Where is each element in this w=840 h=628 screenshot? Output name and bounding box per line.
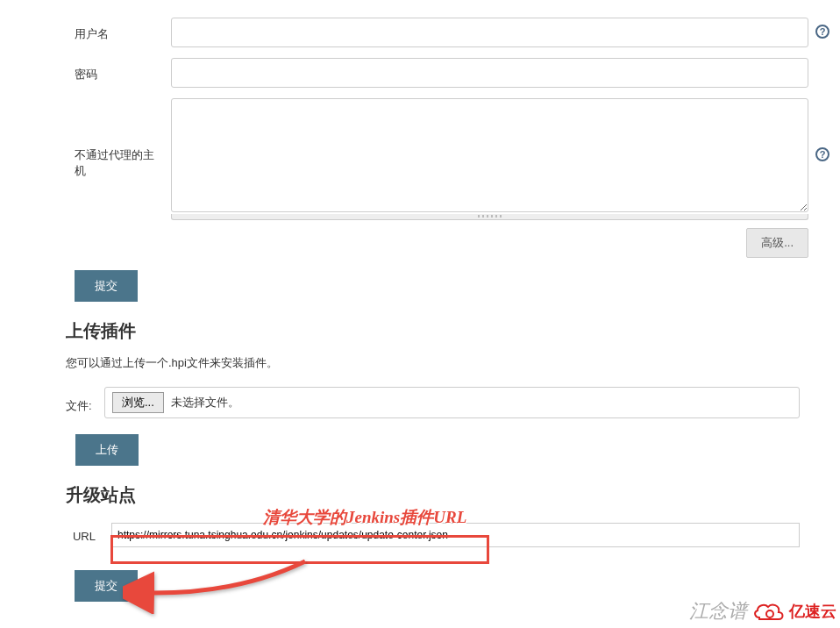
password-input[interactable] (171, 58, 808, 88)
url-input[interactable] (111, 523, 800, 547)
submit-site-button[interactable]: 提交 (75, 570, 138, 602)
upload-button[interactable]: 上传 (75, 434, 139, 466)
help-icon[interactable]: ? (815, 147, 829, 161)
watermark-signature: 江念谱 (689, 598, 747, 624)
noproxy-textarea[interactable] (171, 98, 808, 212)
file-field[interactable]: 浏览... 未选择文件。 (104, 387, 800, 418)
upload-plugin-title: 上传插件 (66, 319, 829, 343)
username-label: 用户名 (0, 18, 171, 42)
upload-plugin-desc: 您可以通过上传一个.hpi文件来安装插件。 (66, 355, 829, 371)
watermark: 江念谱 亿速云 (689, 598, 836, 624)
upgrade-site-title: 升级站点 (66, 483, 829, 507)
advanced-button[interactable]: 高级... (746, 228, 808, 258)
url-label: URL (66, 528, 111, 543)
help-icon[interactable]: ? (815, 25, 829, 39)
file-label: 文件: (66, 391, 104, 414)
browse-button[interactable]: 浏览... (112, 392, 164, 413)
svg-point-0 (766, 610, 773, 617)
submit-proxy-button[interactable]: 提交 (75, 270, 138, 302)
resize-handle[interactable] (171, 214, 808, 220)
password-label: 密码 (0, 58, 171, 82)
no-file-text: 未选择文件。 (171, 395, 239, 410)
noproxy-label: 不通过代理的主机 (0, 98, 171, 179)
username-input[interactable] (171, 18, 808, 47)
brand-logo-icon (751, 598, 786, 624)
watermark-brand: 亿速云 (789, 601, 836, 622)
